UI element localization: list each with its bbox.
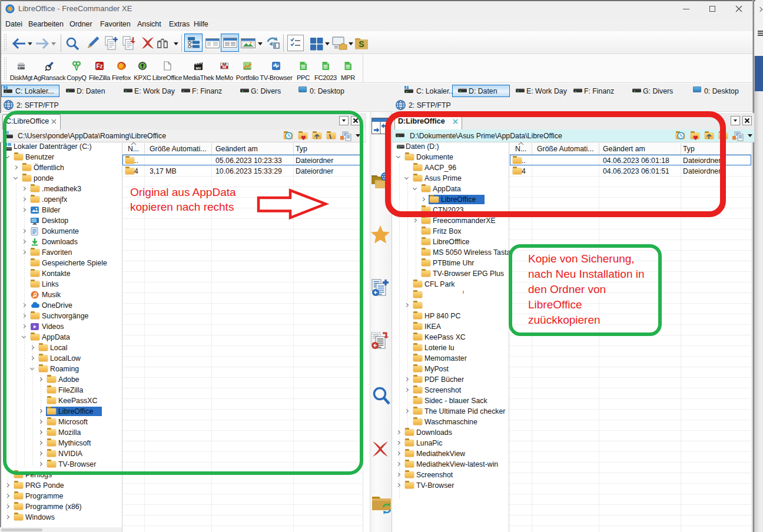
svg-text:M: M (223, 62, 227, 67)
svg-text:Fz: Fz (96, 63, 102, 69)
svg-text:S: S (359, 39, 364, 49)
svg-text:MV: MV (196, 66, 201, 70)
